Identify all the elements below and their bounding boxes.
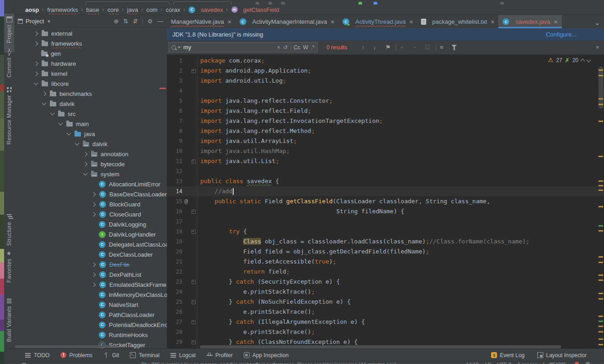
tree-item-hardware[interactable]: hardware xyxy=(14,58,167,69)
tree-item-frameworks[interactable]: frameworks xyxy=(14,38,167,48)
code-line-3[interactable]: 3import android.util.Log; xyxy=(167,76,604,86)
inspections-widget[interactable]: ⚠ 27 ✗ 20 xyxy=(548,57,590,63)
code-line-2[interactable]: 2import android.app.Application; xyxy=(167,66,604,76)
search-history-chevron-icon[interactable] xyxy=(178,47,181,48)
stripe-button-project[interactable]: Project xyxy=(4,14,14,52)
fold-marker-icon[interactable] xyxy=(190,159,197,164)
code-line-25[interactable]: 25 } catch (NoSuchFieldException e) { xyxy=(167,297,604,307)
tree-item-src[interactable]: src xyxy=(14,109,167,119)
breadcrumb-item[interactable]: com xyxy=(146,6,158,13)
breadcrumb-item[interactable]: mgetClassField xyxy=(231,6,279,13)
tree-item-allocationlimiterror[interactable]: CAllocationLimitError xyxy=(14,179,167,189)
tree-item-dexpathlist[interactable]: CDexPathList xyxy=(14,269,167,280)
code-line-8[interactable]: 8import java.lang.reflect.Method; xyxy=(167,126,604,136)
tree-chevron-icon[interactable] xyxy=(42,91,47,96)
close-tab-icon[interactable]: × xyxy=(491,18,494,26)
collapse-all-icon[interactable]: ⇵ xyxy=(133,18,138,25)
error-stripe-mark[interactable] xyxy=(599,75,603,76)
tree-item-closeguard[interactable]: CCloseGuard xyxy=(14,209,167,219)
breadcrumb-item[interactable]: aosp xyxy=(25,6,39,13)
error-stripe-mark[interactable] xyxy=(599,69,603,71)
tree-item-nativestart[interactable]: CNativeStart xyxy=(14,300,167,310)
line-separator[interactable]: LF xyxy=(485,362,491,364)
toolwindow-button-logcat[interactable]: Logcat xyxy=(171,352,196,359)
tree-item-basedexclassloader[interactable]: CBaseDexClassLoader xyxy=(14,189,167,199)
code-line-18[interactable]: 18 try { xyxy=(167,227,604,237)
tree-chevron-icon[interactable] xyxy=(59,121,63,126)
filter-funnel-icon[interactable] xyxy=(451,45,457,47)
code-line-14[interactable]: 14 //add xyxy=(167,186,604,196)
regex-toggle[interactable]: .* xyxy=(311,44,315,51)
editor-tab-managernative.java[interactable]: ManagerNative.java× xyxy=(167,15,235,28)
configure-link[interactable]: Configure... xyxy=(546,31,577,38)
tree-chevron-icon[interactable] xyxy=(91,262,96,267)
code-line-26[interactable]: 26 e.printStackTrace(); xyxy=(167,307,604,317)
code-line-24[interactable]: 24 e.printStackTrace(); xyxy=(167,287,604,297)
toolwindow-button-profiler[interactable]: Profiler xyxy=(207,352,233,359)
tree-item-runtimehooks[interactable]: CRuntimeHooks xyxy=(14,330,167,340)
code-line-12[interactable]: 12 xyxy=(167,166,604,176)
tree-chevron-icon[interactable] xyxy=(42,101,47,106)
code-line-1[interactable]: 1package com.corax; xyxy=(167,56,604,66)
code-line-28[interactable]: 28 e.printStackTrace(); xyxy=(167,327,604,337)
remove-selection-icon[interactable]: − xyxy=(413,44,417,51)
code-line-17[interactable]: 17 xyxy=(167,216,604,227)
error-stripe-mark[interactable] xyxy=(599,274,603,276)
code-line-15[interactable]: 15@ public static Field getClassField(Cl… xyxy=(167,196,604,206)
tree-chevron-icon[interactable] xyxy=(91,192,96,196)
tree-chevron-icon[interactable] xyxy=(34,61,38,66)
tree-item-system[interactable]: system xyxy=(14,169,167,179)
code-line-16[interactable]: 16 String filedName) { xyxy=(167,206,604,216)
error-stripe-mark[interactable] xyxy=(599,344,603,345)
toolwindow-button-event-log[interactable]: 5Event Log xyxy=(491,352,524,359)
toolwindow-button-layout-inspector[interactable]: Layout Inspector xyxy=(537,352,587,359)
add-selection-icon[interactable]: + xyxy=(400,44,404,51)
error-stripe-mark[interactable] xyxy=(599,156,603,157)
tree-item-dalvik[interactable]: dalvik xyxy=(14,99,167,109)
select-all-occurrences-icon[interactable]: ☑ xyxy=(425,44,430,51)
stripe-button-structure[interactable]: Structure xyxy=(4,214,14,248)
error-stripe-mark[interactable] xyxy=(599,185,603,186)
breadcrumb-item[interactable]: corax xyxy=(166,6,180,13)
match-case-toggle[interactable]: Cc xyxy=(294,44,300,51)
tree-item-external[interactable]: external xyxy=(14,28,167,38)
tree-item-potentialdeadlockerror[interactable]: CPotentialDeadlockError xyxy=(14,320,167,330)
tree-item-java[interactable]: java xyxy=(14,129,167,139)
error-stripe-mark[interactable] xyxy=(599,326,603,327)
toolwindow-toggle-icon[interactable]: ▣ xyxy=(21,362,26,364)
editor-tab-package_whitelist.txt[interactable]: package_whitelist.txt× xyxy=(417,15,498,28)
pin-icon[interactable]: ⚑ xyxy=(385,44,391,51)
tree-item-benchmarks[interactable]: benchmarks xyxy=(14,89,167,99)
breadcrumb-item[interactable]: Csavedex xyxy=(188,6,223,13)
stripe-button-commit[interactable]: Commit xyxy=(4,49,14,82)
file-encoding[interactable]: UTF-8 xyxy=(497,362,511,364)
toolwindow-button-problems[interactable]: !Problems xyxy=(60,352,92,359)
tree-item-main[interactable]: main xyxy=(14,119,167,129)
tree-chevron-icon[interactable] xyxy=(91,202,96,206)
tree-item-blockguard[interactable]: CBlockGuard xyxy=(14,199,167,209)
toolwindow-button-app-inspection[interactable]: App Inspection xyxy=(244,352,289,359)
error-stripe-mark[interactable] xyxy=(599,298,603,300)
tree-chevron-icon[interactable] xyxy=(91,212,96,216)
toolwindow-button-git[interactable]: Git xyxy=(103,352,119,359)
code-line-21[interactable]: 21 field.setAccessible(true); xyxy=(167,257,604,267)
code-line-23[interactable]: 23 } catch (SecurityException e) { xyxy=(167,277,604,287)
tree-item-pathclassloader[interactable]: CPathClassLoader xyxy=(14,310,167,320)
close-tab-icon[interactable]: × xyxy=(554,18,557,26)
tree-chevron-icon[interactable] xyxy=(34,81,38,85)
breadcrumb-item[interactable]: java xyxy=(127,6,138,13)
close-tab-icon[interactable]: × xyxy=(331,18,334,26)
tree-chevron-icon[interactable] xyxy=(91,282,96,287)
error-stripe-mark[interactable] xyxy=(599,230,603,232)
close-find-bar-icon[interactable]: × xyxy=(596,44,599,51)
tree-item-inmemorydexclassloader[interactable]: CInMemoryDexClassLoader xyxy=(14,290,167,300)
tree-chevron-icon[interactable] xyxy=(34,41,38,46)
error-stripe-mark[interactable] xyxy=(599,321,603,322)
fold-marker-icon[interactable] xyxy=(190,300,197,304)
breadcrumb-item[interactable]: frameworks xyxy=(47,6,78,13)
error-stripe-mark[interactable] xyxy=(599,98,603,100)
editor-tab-activitythread.java[interactable]: CActivityThread.java× xyxy=(338,15,417,28)
editor-horizontal-scrollbar[interactable] xyxy=(200,345,561,348)
code-line-7[interactable]: 7import java.lang.reflect.InvocationTarg… xyxy=(167,116,604,126)
whole-words-toggle[interactable]: W xyxy=(303,44,308,51)
